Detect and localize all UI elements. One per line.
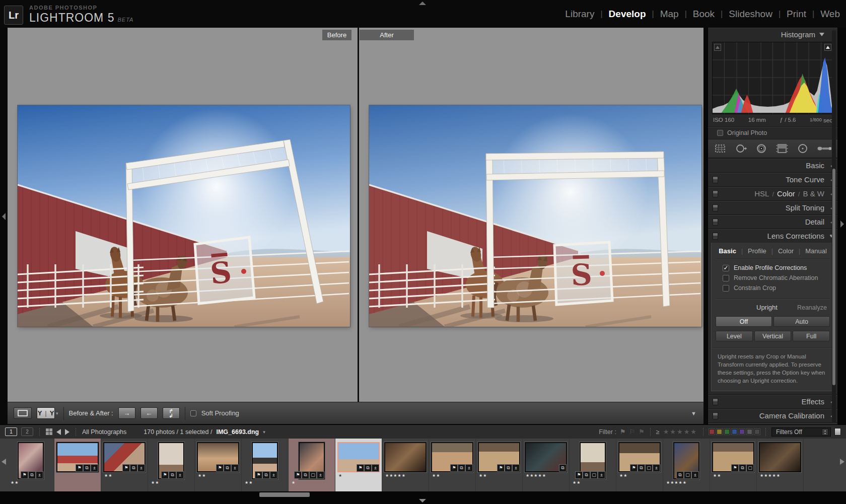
crop-badge-icon[interactable]: ▢ (590, 471, 598, 479)
flag-badge-icon[interactable]: ⚑ (731, 464, 739, 472)
filmstrip-thumbnail-14[interactable]: ⚑⧉▢±★★ (616, 439, 663, 491)
right-panel-scrollbar[interactable] (832, 30, 836, 423)
upright-off-button[interactable]: Off (716, 316, 772, 327)
hsl-segment-hsl[interactable]: HSL (754, 189, 769, 198)
filmstrip-thumbnail-7[interactable]: ⚑⧉▢±★ (289, 439, 335, 491)
checkbox-enable-profile-corrections[interactable]: ✓ (723, 265, 729, 271)
color-label-chip-2[interactable] (724, 429, 730, 435)
panel-switch[interactable] (713, 398, 718, 405)
crop-badge-icon[interactable]: ▢ (684, 471, 691, 479)
filters-dropdown-spinner-icon[interactable]: ▴▾ (822, 428, 828, 436)
second-window-button[interactable]: 2 (21, 427, 33, 436)
camera-calibration-panel-header[interactable]: Camera Calibration (708, 408, 837, 422)
before-after-view-button[interactable]: Y|Y (37, 407, 55, 419)
tone-curve-panel-header[interactable]: Tone Curve (708, 172, 837, 186)
adjust-badge-icon[interactable]: ± (653, 464, 660, 472)
filter-master-switch[interactable] (834, 428, 841, 436)
lens-tab-basic[interactable]: Basic (719, 247, 736, 255)
filmstrip-thumbnail-3[interactable]: ⚑⧉±★★ (101, 439, 148, 491)
main-window-button[interactable]: 1 (5, 427, 17, 436)
flag-badge-icon[interactable]: ⚑ (575, 471, 583, 479)
detail-panel-header[interactable]: Detail (708, 214, 837, 229)
copy-after-to-before-button[interactable]: ← (140, 407, 158, 419)
split-toning-panel-header[interactable]: Split Toning (708, 200, 837, 214)
filmstrip-thumbnail-6[interactable]: ⚑⧉±★★ (242, 439, 289, 491)
color-label-chip-1[interactable] (717, 429, 722, 435)
filmstrip-thumbnail-16[interactable]: ⚑⧉▢★★ (710, 439, 757, 491)
copy-badge-icon[interactable]: ⧉ (364, 464, 372, 472)
filmstrip-thumbnail-10[interactable]: ⚑⧉±★★ (429, 439, 476, 491)
copy-badge-icon[interactable]: ⧉ (262, 471, 270, 479)
module-develop[interactable]: Develop (609, 9, 646, 20)
lens-tab-profile[interactable]: Profile (748, 247, 766, 255)
upright-level-button[interactable]: Level (716, 331, 753, 341)
right-panel-collapse-arrow-icon[interactable] (840, 221, 844, 228)
module-book[interactable]: Book (693, 9, 715, 20)
original-photo-checkbox[interactable] (717, 130, 723, 136)
filmstrip-thumbnail-2[interactable]: ⚑⧉± (54, 439, 101, 491)
swap-before-after-button[interactable]: ↱↲ (163, 407, 180, 419)
rating-stars-filter[interactable]: ★★★★★ (663, 428, 697, 436)
color-label-chip-6[interactable] (754, 429, 760, 435)
filmstrip-thumbnail-9[interactable]: ★★★★★ (382, 439, 429, 491)
filmstrip-thumbnail-13[interactable]: ⚑⧉▢±★★ (570, 439, 616, 491)
lens-corrections-panel-header[interactable]: Lens Corrections (708, 229, 837, 243)
copy-badge-icon[interactable]: ⧉ (739, 464, 746, 472)
panel-switch[interactable] (713, 190, 718, 197)
soft-proofing-checkbox[interactable] (190, 410, 196, 416)
adjust-badge-icon[interactable]: ± (465, 464, 473, 472)
after-photo[interactable]: S (369, 105, 701, 327)
histogram-panel-header[interactable]: Histogram (708, 28, 837, 41)
crop-overlay-icon[interactable] (714, 143, 727, 154)
filmstrip-thumbnail-8[interactable]: ⚑⧉±★ (335, 439, 382, 491)
copy-badge-icon[interactable]: ⧉ (583, 471, 590, 479)
graduated-filter-icon[interactable] (776, 143, 789, 154)
copy-badge-icon[interactable]: ⧉ (83, 464, 91, 472)
before-photo[interactable]: S (18, 105, 350, 327)
shadow-clipping-indicator[interactable] (714, 44, 721, 51)
filters-dropdown[interactable]: Filters Off ▴▾ (771, 427, 831, 437)
spot-removal-icon[interactable] (735, 143, 747, 154)
filmstrip-thumbnail-11[interactable]: ⚑⧉±★★ (476, 439, 523, 491)
upright-auto-button[interactable]: Auto (773, 316, 830, 327)
adjustment-brush-icon[interactable] (817, 143, 832, 154)
filename-dropdown-icon[interactable]: ▾ (263, 429, 265, 435)
crop-badge-icon[interactable]: ▢ (309, 471, 317, 479)
selected-filename[interactable]: IMG_6693.dng (216, 428, 259, 436)
loupe-view-button[interactable] (14, 407, 32, 419)
flag-unflagged-icon[interactable]: ⚐ (629, 428, 636, 436)
go-back-arrow-icon[interactable] (56, 429, 61, 435)
flag-badge-icon[interactable]: ⚑ (497, 464, 505, 472)
hsl-segment-bw[interactable]: B & W (803, 189, 824, 198)
radial-filter-icon[interactable] (797, 143, 808, 154)
filmstrip-thumbnail-17[interactable]: ★★★★★ (757, 439, 804, 491)
adjust-badge-icon[interactable]: ± (231, 464, 239, 472)
module-web[interactable]: Web (820, 9, 840, 20)
adjust-badge-icon[interactable]: ± (317, 471, 324, 479)
view-mode-dropdown-icon[interactable]: ▾ (56, 411, 58, 416)
crop-badge-icon[interactable]: ▢ (746, 464, 754, 472)
filmstrip-thumbnail-1[interactable]: ⚑⧉±★★ (8, 439, 54, 491)
flag-badge-icon[interactable]: ⚑ (294, 471, 302, 479)
panel-switch[interactable] (713, 412, 718, 419)
toolbar-options-dropdown-icon[interactable]: ▼ (691, 410, 696, 416)
adjust-badge-icon[interactable]: ± (91, 464, 98, 472)
histogram-chart[interactable] (712, 42, 833, 114)
histogram-collapse-icon[interactable] (819, 33, 824, 36)
left-panel-reveal-arrow-icon[interactable] (2, 213, 6, 220)
upright-vertical-button[interactable]: Vertical (754, 331, 792, 341)
module-slideshow[interactable]: Slideshow (729, 9, 772, 20)
copy-badge-icon[interactable]: ⧉ (130, 464, 137, 472)
copy-badge-icon[interactable]: ⧉ (28, 471, 36, 479)
hsl-segment-color[interactable]: Color (777, 189, 795, 198)
filmstrip-thumbnail-15[interactable]: ⧉▢±★★★★★ (663, 439, 710, 491)
panel-switch[interactable] (713, 233, 718, 240)
flag-badge-icon[interactable]: ⚑ (76, 464, 83, 472)
module-map[interactable]: Map (660, 9, 679, 20)
adjust-badge-icon[interactable]: ± (36, 471, 43, 479)
grid-view-icon[interactable] (46, 428, 52, 435)
copy-badge-icon[interactable]: ⧉ (458, 464, 465, 472)
flag-badge-icon[interactable]: ⚑ (450, 464, 458, 472)
go-forward-arrow-icon[interactable] (65, 429, 69, 435)
panel-switch[interactable] (713, 219, 718, 226)
